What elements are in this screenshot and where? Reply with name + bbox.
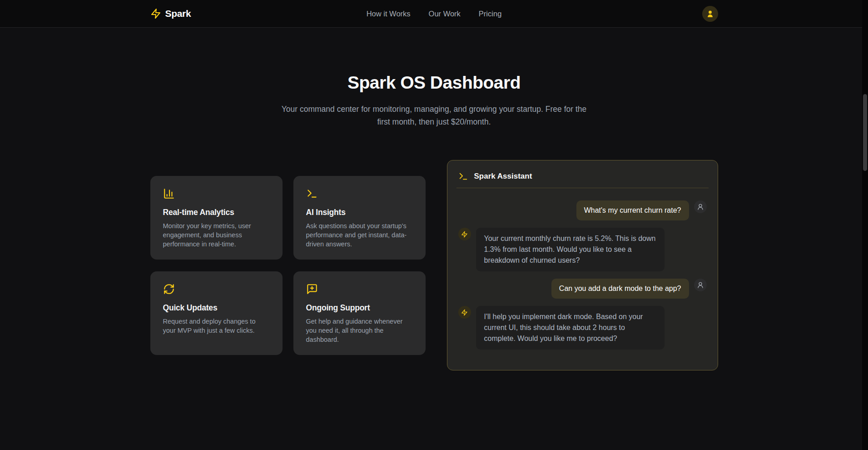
feature-title: Real-time Analytics [163,208,270,217]
feature-description: Get help and guidance whenever you need … [306,317,413,344]
brand-name: Spark [165,8,191,19]
scrollbar-track[interactable] [862,0,868,450]
user-avatar [694,200,707,213]
user-icon [706,10,714,18]
spark-assistant-panel: Spark Assistant What's my current churn … [447,160,718,370]
user-avatar-button[interactable] [702,6,718,22]
chat-message-assistant: Your current monthly churn rate is 5.2%.… [458,228,707,271]
feature-title: Ongoing Support [306,303,413,313]
chat-message-assistant: I'll help you implement dark mode. Based… [458,306,707,350]
feature-description: Monitor your key metrics, user engagemen… [163,221,270,249]
refresh-icon [163,283,175,295]
chat-message-user: What's my current churn rate? [458,200,707,220]
nav-link-how-it-works[interactable]: How it Works [367,10,411,18]
terminal-icon [458,171,468,181]
feature-card-realtime-analytics: Real-time Analytics Monitor your key met… [150,176,283,260]
lightning-bolt-icon [461,309,468,316]
user-message-bubble: What's my current churn rate? [576,200,689,220]
nav-link-pricing[interactable]: Pricing [479,10,501,18]
chat-messages: What's my current churn rate? Your curre… [447,188,718,370]
hero-section: Spark OS Dashboard Your command center f… [0,73,868,128]
assistant-title: Spark Assistant [474,172,532,181]
user-icon [697,281,704,289]
main-content: Real-time Analytics Monitor your key met… [150,160,718,370]
assistant-avatar [458,228,471,240]
feature-card-ongoing-support: Ongoing Support Get help and guidance wh… [293,271,426,355]
bar-chart-icon [163,188,175,200]
assistant-message-bubble: Your current monthly churn rate is 5.2%.… [476,228,665,271]
assistant-message-bubble: I'll help you implement dark mode. Based… [476,306,665,350]
scrollbar-thumb[interactable] [863,94,867,171]
terminal-icon [306,188,318,200]
assistant-avatar [458,306,471,319]
user-icon [697,203,704,210]
feature-card-ai-insights: AI Insights Ask questions about your sta… [293,176,426,260]
message-square-plus-icon [306,283,318,295]
page-title: Spark OS Dashboard [0,73,868,93]
brand-logo[interactable]: Spark [150,8,191,19]
feature-title: Quick Updates [163,303,270,313]
hero-subtitle: Your command center for monitoring, mana… [278,103,591,128]
top-navigation: Spark How it Works Our Work Pricing [0,0,868,28]
feature-title: AI Insights [306,208,413,217]
page: { "nav": { "brand": "Spark", "links": [ … [0,0,868,450]
user-message-bubble: Can you add a dark mode to the app? [551,279,689,299]
nav-link-our-work[interactable]: Our Work [429,10,461,18]
nav-links: How it Works Our Work Pricing [367,10,502,18]
assistant-header: Spark Assistant [447,160,718,188]
feature-description: Ask questions about your startup's perfo… [306,221,413,249]
feature-cards-grid: Real-time Analytics Monitor your key met… [150,176,426,355]
chat-message-user: Can you add a dark mode to the app? [458,279,707,299]
lightning-bolt-icon [150,8,161,19]
lightning-bolt-icon [461,231,468,238]
user-avatar [694,279,707,291]
feature-card-quick-updates: Quick Updates Request and deploy changes… [150,271,283,355]
feature-description: Request and deploy changes to your MVP w… [163,317,270,335]
